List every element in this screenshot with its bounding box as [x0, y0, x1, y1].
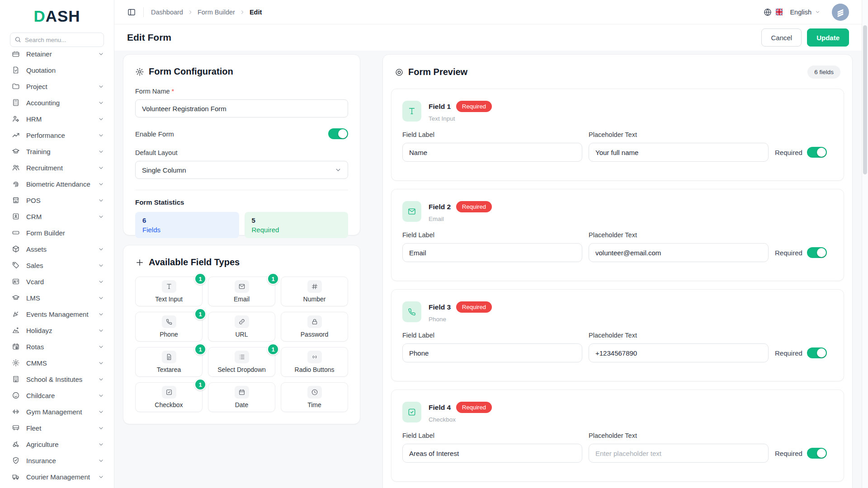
sidebar-item-biometric-attendance[interactable]: Biometric Attendance	[0, 176, 114, 192]
sidebar-item-courier-management[interactable]: Courier Management	[0, 469, 114, 485]
field-type-url[interactable]: URL	[208, 312, 275, 342]
sidebar-item-retainer[interactable]: Retainer	[0, 52, 114, 62]
chevron-down-icon	[98, 116, 104, 122]
field-label-input[interactable]	[402, 444, 582, 463]
sidebar-item-holidayz[interactable]: Holidayz	[0, 322, 114, 338]
field-type-label: Email	[234, 296, 250, 303]
chevron-right-icon	[240, 9, 245, 15]
field-type-tile	[235, 351, 249, 363]
sidebar-item-vcard[interactable]: Vcard	[0, 273, 114, 290]
trending-up-icon	[12, 131, 20, 139]
chevron-down-icon	[98, 393, 104, 399]
sidebar-item-school-institutes[interactable]: School & Institutes	[0, 371, 114, 387]
sidebar-item-label: HRM	[26, 115, 42, 123]
language-selector[interactable]: English	[763, 8, 820, 17]
required-toggle[interactable]	[807, 247, 827, 258]
field-type-subtitle: Checkbox	[429, 416, 492, 423]
required-toggle[interactable]	[807, 147, 827, 158]
preview-card-field-2: Field 2RequiredEmailField LabelPlacehold…	[391, 189, 844, 281]
sidebar-item-recruitment[interactable]: Recruitment	[0, 160, 114, 176]
mail-icon	[238, 283, 245, 290]
radio-icon	[311, 353, 318, 361]
gear-icon	[12, 359, 20, 367]
field-type-phone[interactable]: Phone1	[135, 312, 203, 342]
globe-icon	[763, 8, 772, 17]
field-type-time[interactable]: Time	[281, 382, 348, 412]
preview-cards: Field 1RequiredText InputField LabelPlac…	[391, 89, 844, 482]
page-scrollbar[interactable]	[862, 0, 868, 488]
placeholder-text-input[interactable]	[589, 343, 769, 362]
sidebar-item-training[interactable]: Training	[0, 143, 114, 160]
field-type-radio-buttons[interactable]: Radio Buttons	[281, 347, 348, 377]
logo-letters-ash: ASH	[46, 7, 80, 25]
default-layout-select[interactable]: Single Column	[135, 161, 348, 179]
required-toggle[interactable]	[807, 347, 827, 358]
sidebar-toggle-icon[interactable]	[127, 8, 136, 17]
placeholder-text-input[interactable]	[589, 444, 769, 463]
sidebar-search	[10, 33, 104, 47]
assets-icon	[12, 245, 20, 253]
update-button[interactable]: Update	[807, 28, 849, 47]
chevron-down-icon	[98, 328, 104, 333]
preview-card-field-1: Field 1RequiredText InputField LabelPlac…	[391, 89, 844, 181]
field-label-input[interactable]	[402, 343, 582, 362]
field-type-number[interactable]: Number	[281, 277, 348, 306]
placeholder-text-input[interactable]	[589, 243, 769, 262]
field-label-input[interactable]	[402, 243, 582, 262]
school-icon	[12, 375, 20, 383]
sidebar-item-crm[interactable]: CRM	[0, 208, 114, 225]
field-label-label: Field Label	[402, 432, 582, 439]
config-panel-title: Form Configuration	[149, 66, 233, 77]
sidebar-item-quotation[interactable]: Quotation	[0, 62, 114, 78]
breadcrumb-form-builder[interactable]: Form Builder	[198, 9, 235, 16]
hash-icon	[311, 283, 318, 290]
enable-form-toggle[interactable]	[328, 128, 348, 139]
sidebar-item-rotas[interactable]: Rotas	[0, 338, 114, 355]
sidebar-item-hrm[interactable]: HRM	[0, 111, 114, 127]
field-label-input[interactable]	[402, 143, 582, 162]
default-layout-label: Default Layout	[135, 149, 348, 156]
search-icon	[14, 36, 21, 43]
field-type-checkbox[interactable]: Checkbox1	[135, 382, 203, 412]
sidebar-item-agriculture[interactable]: Agriculture	[0, 436, 114, 452]
chevron-down-icon	[98, 84, 104, 89]
form-name-input[interactable]	[135, 99, 348, 117]
avatar[interactable]	[832, 4, 849, 21]
field-type-date[interactable]: Date	[208, 382, 275, 412]
sidebar-item-label: Accounting	[26, 99, 60, 107]
field-type-password[interactable]: Password	[281, 312, 348, 342]
sidebar-item-project[interactable]: Project	[0, 78, 114, 94]
sidebar-item-label: LMS	[26, 294, 40, 302]
placeholder-text-input[interactable]	[589, 143, 769, 162]
sidebar-item-sales[interactable]: Sales	[0, 257, 114, 273]
preview-eye-icon	[395, 68, 404, 77]
sidebar-item-assets[interactable]: Assets	[0, 241, 114, 257]
search-input[interactable]	[10, 33, 104, 47]
sidebar-item-accounting[interactable]: Accounting	[0, 94, 114, 111]
sidebar-item-lms[interactable]: LMS	[0, 290, 114, 306]
file-check-icon	[12, 66, 20, 74]
field-type-textarea[interactable]: Textarea1	[135, 347, 203, 377]
cancel-button[interactable]: Cancel	[761, 28, 802, 47]
scrollbar-thumb[interactable]	[863, 25, 867, 174]
breadcrumb-dashboard[interactable]: Dashboard	[151, 9, 183, 16]
sidebar-item-performance[interactable]: Performance	[0, 127, 114, 143]
sidebar-item-insurance[interactable]: Insurance	[0, 452, 114, 469]
text-t-icon	[165, 283, 173, 290]
field-type-email[interactable]: Email1	[208, 277, 275, 306]
required-toggle[interactable]	[807, 448, 827, 459]
sidebar-item-label: Biometric Attendance	[26, 180, 90, 188]
sidebar-item-gym-management[interactable]: Gym Management	[0, 404, 114, 420]
sidebar-item-pos[interactable]: POS	[0, 192, 114, 208]
sidebar-item-form-builder[interactable]: Form Builder	[0, 225, 114, 241]
sidebar-item-events-management[interactable]: Events Management	[0, 306, 114, 322]
field-type-select-dropdown[interactable]: Select Dropdown1	[208, 347, 275, 377]
usage-count-badge: 1	[194, 308, 206, 320]
sidebar-item-fleet[interactable]: Fleet	[0, 420, 114, 436]
chevron-down-icon	[98, 52, 104, 57]
sidebar-item-childcare[interactable]: Childcare	[0, 387, 114, 404]
chevron-down-icon	[98, 214, 104, 220]
sidebar-item-cmms[interactable]: CMMS	[0, 355, 114, 371]
field-type-text-input[interactable]: Text Input1	[135, 277, 203, 306]
sidebar-item-label: Gym Management	[26, 408, 82, 416]
